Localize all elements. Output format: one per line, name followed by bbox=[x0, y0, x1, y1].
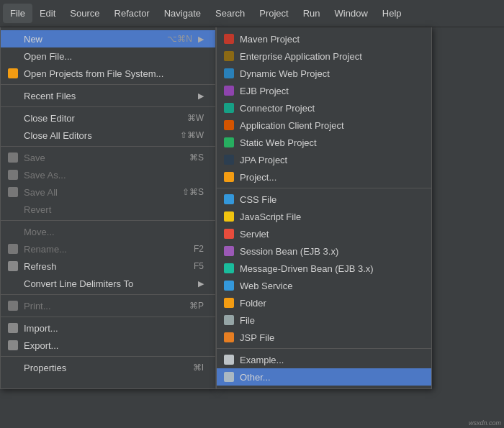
menu-item-web-service[interactable]: Web Service bbox=[217, 277, 431, 294]
menu-item-close-editor[interactable]: Close Editor ⌘W bbox=[1, 109, 215, 127]
maven-icon bbox=[222, 32, 235, 45]
menu-item-static-web[interactable]: Static Web Project bbox=[217, 134, 431, 151]
import-label: Import... bbox=[24, 323, 204, 334]
menubar-project[interactable]: Project bbox=[252, 4, 295, 23]
connector-icon bbox=[222, 101, 235, 114]
menubar-edit[interactable]: Edit bbox=[32, 4, 63, 23]
new-label: New bbox=[24, 34, 153, 45]
revert-icon bbox=[6, 203, 19, 216]
refresh-icon bbox=[6, 260, 19, 273]
menu-item-css[interactable]: CSS File bbox=[217, 191, 431, 208]
project-dots-icon bbox=[222, 170, 235, 183]
new-icon bbox=[6, 32, 19, 45]
servlet-icon bbox=[222, 227, 235, 240]
menu-item-recent-files[interactable]: Recent Files ▶ bbox=[1, 87, 215, 104]
menu-item-open-projects[interactable]: Open Projects from File System... bbox=[1, 65, 215, 82]
app-client-label: Application Client Project bbox=[240, 120, 420, 131]
menu-item-properties[interactable]: Properties ⌘I bbox=[1, 359, 215, 376]
menu-item-servlet[interactable]: Servlet bbox=[217, 225, 431, 242]
menu-item-save-as: Save As... bbox=[1, 166, 215, 183]
save-label: Save bbox=[24, 152, 175, 163]
servlet-label: Servlet bbox=[240, 229, 420, 240]
menubar-navigate[interactable]: Navigate bbox=[157, 4, 208, 23]
session-bean-icon bbox=[222, 245, 235, 258]
properties-label: Properties bbox=[24, 363, 179, 373]
session-bean-label: Session Bean (EJB 3.x) bbox=[240, 246, 420, 257]
file-label: File bbox=[240, 315, 420, 326]
file-menu-panel: New ⌥⌘N ▶ Open File... Open Projects fro… bbox=[0, 27, 216, 389]
js-label: JavaScript File bbox=[240, 211, 420, 222]
menu-item-folder[interactable]: Folder bbox=[217, 294, 431, 311]
rename-shortcut: F2 bbox=[194, 244, 204, 254]
separator-6 bbox=[1, 317, 215, 317]
menu-item-jsp[interactable]: JSP File bbox=[217, 329, 431, 346]
menu-item-js[interactable]: JavaScript File bbox=[217, 208, 431, 225]
project-dots-label: Project... bbox=[240, 172, 420, 183]
save-icon bbox=[6, 151, 19, 164]
mdb-icon bbox=[222, 262, 235, 275]
recent-files-arrow: ▶ bbox=[198, 91, 204, 101]
menu-item-other[interactable]: Other... bbox=[217, 368, 431, 386]
menubar-run[interactable]: Run bbox=[296, 4, 328, 23]
menu-item-file[interactable]: File bbox=[217, 311, 431, 329]
menubar-source[interactable]: Source bbox=[63, 4, 107, 23]
menu-item-dynamic-web[interactable]: Dynamic Web Project bbox=[217, 65, 431, 82]
ejb-label: EJB Project bbox=[240, 86, 420, 96]
save-all-label: Save All bbox=[24, 187, 168, 198]
menu-item-new[interactable]: New ⌥⌘N ▶ bbox=[1, 30, 215, 47]
menu-item-jpa[interactable]: JPA Project bbox=[217, 151, 431, 168]
menu-item-app-client[interactable]: Application Client Project bbox=[217, 117, 431, 134]
web-service-icon bbox=[222, 279, 235, 292]
menu-item-rename: Rename... F2 bbox=[1, 240, 215, 258]
close-editor-shortcut: ⌘W bbox=[187, 113, 204, 123]
menubar-window[interactable]: Window bbox=[328, 4, 375, 23]
sub-separator-2 bbox=[217, 348, 431, 349]
menu-item-refresh[interactable]: Refresh F5 bbox=[1, 258, 215, 275]
separator-7 bbox=[1, 356, 215, 357]
menubar-search[interactable]: Search bbox=[208, 4, 252, 23]
web-service-label: Web Service bbox=[240, 281, 420, 291]
css-label: CSS File bbox=[240, 194, 420, 205]
save-all-shortcut: ⇧⌘S bbox=[182, 187, 204, 197]
separator-5 bbox=[1, 294, 215, 295]
menu-item-convert[interactable]: Convert Line Delimiters To ▶ bbox=[1, 275, 215, 292]
menu-item-move: Move... bbox=[1, 223, 215, 240]
close-editor-label: Close Editor bbox=[24, 113, 173, 124]
convert-label: Convert Line Delimiters To bbox=[24, 278, 192, 289]
close-editor-icon bbox=[6, 111, 19, 124]
menu-item-open-file[interactable]: Open File... bbox=[1, 47, 215, 65]
menu-item-import[interactable]: Import... bbox=[1, 319, 215, 337]
revert-label: Revert bbox=[24, 204, 204, 215]
menubar-file[interactable]: File bbox=[3, 4, 32, 23]
menu-item-print: Print... ⌘P bbox=[1, 297, 215, 314]
menu-item-export[interactable]: Export... bbox=[1, 337, 215, 354]
menu-item-ejb[interactable]: EJB Project bbox=[217, 82, 431, 99]
convert-arrow: ▶ bbox=[198, 279, 204, 288]
menu-item-revert: Revert bbox=[1, 201, 215, 218]
jsp-label: JSP File bbox=[240, 332, 420, 343]
separator-2 bbox=[1, 106, 215, 107]
folder-label: Folder bbox=[240, 298, 420, 309]
menubar-help[interactable]: Help bbox=[375, 4, 409, 23]
separator-1 bbox=[1, 84, 215, 85]
menu-item-example[interactable]: Example... bbox=[217, 351, 431, 368]
mdb-label: Message-Driven Bean (EJB 3.x) bbox=[240, 263, 420, 274]
menu-item-session-bean[interactable]: Session Bean (EJB 3.x) bbox=[217, 242, 431, 260]
move-icon bbox=[6, 225, 19, 238]
menu-item-maven[interactable]: Maven Project bbox=[217, 30, 431, 47]
menu-item-connector[interactable]: Connector Project bbox=[217, 99, 431, 117]
open-file-icon bbox=[6, 50, 19, 63]
jpa-label: JPA Project bbox=[240, 155, 420, 165]
save-all-icon bbox=[6, 186, 19, 199]
dynamic-web-icon bbox=[222, 67, 235, 80]
new-shortcut: ⌥⌘N bbox=[167, 34, 192, 44]
save-as-icon bbox=[6, 168, 19, 181]
menu-item-close-all[interactable]: Close All Editors ⇧⌘W bbox=[1, 127, 215, 144]
enterprise-label: Enterprise Application Project bbox=[240, 51, 420, 62]
menu-item-project-dots[interactable]: Project... bbox=[217, 168, 431, 186]
menubar-refactor[interactable]: Refactor bbox=[107, 4, 157, 23]
other-label: Other... bbox=[240, 372, 420, 383]
menu-item-enterprise[interactable]: Enterprise Application Project bbox=[217, 47, 431, 65]
menu-item-mdb[interactable]: Message-Driven Bean (EJB 3.x) bbox=[217, 260, 431, 277]
print-label: Print... bbox=[24, 301, 175, 311]
